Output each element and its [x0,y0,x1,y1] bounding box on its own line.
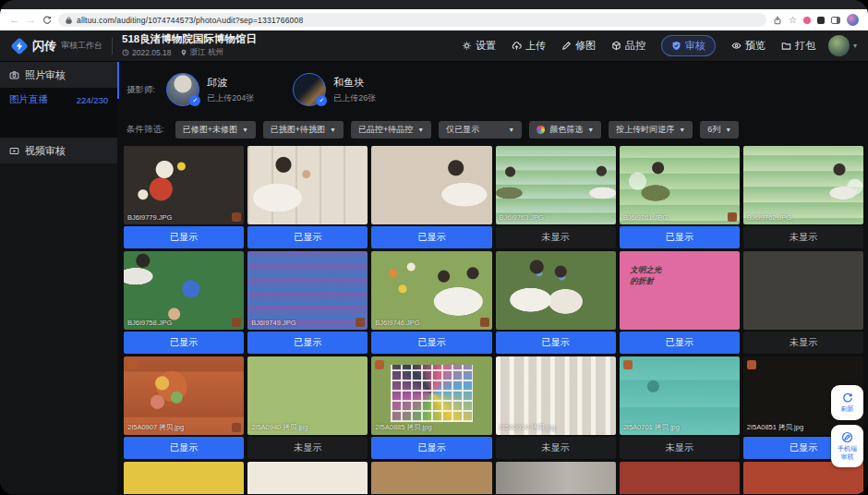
sidebar-section-photo-review[interactable]: 照片审核 [0,62,117,88]
nav-settings[interactable]: 设置 [462,39,496,53]
label-tag-icon [480,318,489,327]
photo-thumbnail[interactable] [743,251,863,330]
label-tag-icon [232,212,241,222]
shield-icon [671,41,681,51]
user-menu[interactable]: ▾ [828,35,857,56]
location-pin-icon [180,49,187,56]
photo-thumbnail[interactable]: BJ6I9763.JPG [496,146,616,224]
event-date: 2022.05.18 [122,48,172,57]
extension-pink-icon[interactable] [803,17,811,24]
display-status-button[interactable]: 已显示 [124,437,244,459]
filter-sort-dropdown[interactable]: 按上传时间逆序▼ [609,121,693,139]
chevron-down-icon: ▼ [417,127,424,133]
display-status-button[interactable]: 已显示 [124,226,244,248]
app-header: 闪传 审核工作台 518良渚博物院国际博物馆日 2022.05.18 浙江 杭州… [0,30,868,62]
display-status-button[interactable]: 未显示 [496,226,616,248]
display-status-button[interactable]: 未显示 [743,226,863,248]
browser-tabstrip [0,0,868,9]
photo-card: 2I5A0885 拷贝.jpg 已显示 [371,356,491,459]
photographer-avatar[interactable]: ✓ [293,73,326,106]
filter-qc-dropdown[interactable]: 已品控+待品控▼ [351,121,431,139]
photo-thumbnail[interactable]: 2I5A0885 拷贝.jpg [371,356,491,435]
filter-selection-dropdown[interactable]: 已挑图+待挑图▼ [263,121,344,139]
photo-thumbnail[interactable] [371,462,491,494]
filter-retouch-dropdown[interactable]: 已修图+未修图▼ [175,121,256,139]
event-title: 518良渚博物院国际博物馆日 [122,33,257,45]
photo-thumbnail[interactable]: BJ6I9779.JPG [124,146,244,224]
bookmark-star-icon[interactable]: ☆ [789,15,797,25]
check-badge-icon: ✓ [316,95,327,106]
display-status-button[interactable]: 已显示 [496,332,616,354]
display-status-button[interactable]: 已显示 [371,437,491,459]
photo-filename: BJ6I9758.JPG [127,319,172,327]
photo-thumbnail[interactable]: 文明之光 的折射 [620,251,740,330]
display-status-button[interactable]: 未显示 [620,437,740,459]
nav-package[interactable]: 打包 [781,39,815,53]
photographer-entry[interactable]: ✓ 邱波 已上传204张 [166,73,254,106]
photo-card: 文明之光 的折射 已显示 [620,251,740,354]
label-tag-icon [356,318,365,327]
display-status-button[interactable]: 已显示 [371,332,491,354]
photo-card: BJ6I9762.JPG 未显示 [743,146,863,248]
nav-preview[interactable]: 预览 [731,39,766,53]
photo-card: 2I5A0701 拷贝.jpg 未显示 [620,356,740,459]
photo-thumbnail[interactable] [496,251,616,330]
browser-profile-avatar[interactable] [847,14,859,26]
reload-icon[interactable] [42,16,52,25]
nav-review[interactable]: 审核 [661,35,716,56]
nav-upload[interactable]: 上传 [512,39,546,53]
photo-thumbnail[interactable] [496,462,616,494]
display-status-button[interactable]: 已显示 [247,226,368,248]
display-status-button[interactable]: 已显示 [620,226,740,248]
side-panel-icon[interactable] [831,17,840,24]
nav-quality[interactable]: 品控 [611,39,645,53]
photographer-entry[interactable]: ✓ 和鱼块 已上传26张 [293,73,376,106]
sidebar-item-photo-live[interactable]: 图片直播 224/230 [0,88,117,112]
sidebar-section-video-review[interactable]: 视频审核 [0,138,117,163]
active-section-indicator [117,62,119,99]
photo-filename: BJ6I9749.JPG [251,319,295,327]
refresh-button[interactable]: 刷新 [831,385,863,420]
url-bar[interactable]: alltuu.com/auditing/1074744573/photoAudi… [58,13,766,27]
photo-thumbnail[interactable] [124,462,244,494]
share-icon[interactable] [773,16,782,25]
photo-filename: 2I5A0919 拷贝.jpg [500,423,556,432]
back-icon[interactable]: ← [9,15,19,25]
photo-thumbnail[interactable]: BJ6I9746.JPG [371,251,491,330]
extensions-puzzle-icon[interactable] [817,17,825,24]
display-status-button[interactable]: 未显示 [247,437,368,459]
photo-thumbnail[interactable]: BJ6I9758.JPG [124,251,244,330]
photo-thumbnail[interactable] [620,462,740,494]
display-status-button[interactable]: 未显示 [743,332,863,354]
check-badge-icon: ✓ [189,95,200,106]
filter-color-dropdown[interactable]: 颜色筛选▼ [529,121,601,139]
photo-card: 2I5A0919 拷贝.jpg 未显示 [496,356,616,459]
photo-thumbnail[interactable]: BJ6I9762.JPG [743,146,863,224]
photo-thumbnail[interactable]: 2I5A0907 拷贝.jpg [124,356,244,435]
display-status-button[interactable]: 未显示 [496,437,616,459]
photo-thumbnail[interactable] [247,146,368,224]
nav-edit[interactable]: 修图 [561,39,596,53]
photo-filename: BJ6I9762.JPG [747,213,791,222]
photo-thumbnail[interactable] [247,462,368,494]
photo-thumbnail[interactable]: BJ6I9749.JPG [247,251,368,330]
mobile-review-button[interactable]: 手机端 审核 [831,425,863,467]
photo-card: 已显示 [247,146,368,248]
photo-thumbnail[interactable]: 2I5A0701 拷贝.jpg [620,356,740,435]
forward-icon[interactable]: → [26,15,36,25]
display-status-button[interactable]: 已显示 [124,332,244,354]
content-area: 摄影师: ✓ 邱波 已上传204张 ✓ 和鱼块 已上传26张 [117,62,868,494]
filter-columns-dropdown[interactable]: 6列▼ [700,121,739,139]
chevron-down-icon: ▼ [725,127,731,133]
display-status-button[interactable]: 已显示 [371,226,491,248]
photo-thumbnail[interactable] [371,146,491,224]
app-logo[interactable]: 闪传 审核工作台 [11,38,102,54]
display-status-button[interactable]: 已显示 [247,332,368,354]
photographer-avatar[interactable]: ✓ [166,73,199,106]
filter-visibility-dropdown[interactable]: 仅已显示▼ [439,121,522,139]
color-wheel-icon [536,126,545,134]
photo-thumbnail[interactable]: 2I5A0940 拷贝.jpg [247,356,368,435]
photo-thumbnail[interactable]: 2I5A0919 拷贝.jpg [496,356,616,435]
photo-thumbnail[interactable]: BJ6I9761.JPG [620,146,740,224]
display-status-button[interactable]: 已显示 [620,332,740,354]
